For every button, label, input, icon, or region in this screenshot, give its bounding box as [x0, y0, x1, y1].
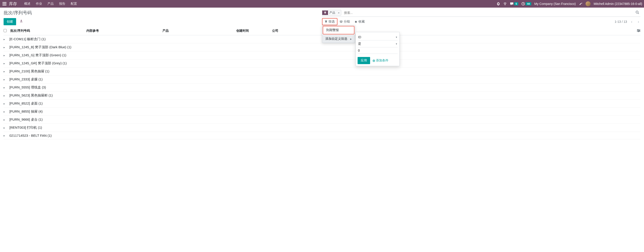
group-label: 0211714523 - BELT FAN (1) — [7, 133, 52, 137]
search-options: 筛选 分组 收藏 — [322, 18, 367, 25]
select-all-checkbox[interactable] — [4, 29, 7, 32]
group-row[interactable]: ▸0211714523 - BELT FAN (1) — [4, 132, 640, 139]
group-label: [FURN_5555] 理线盒 (3) — [7, 85, 46, 90]
caret-right-icon: ▸ — [4, 110, 7, 113]
group-row[interactable]: ▸[FURN_8522] 桌面 (1) — [4, 100, 640, 108]
group-label: [FURN_8855] 抽屉 (4) — [7, 110, 42, 114]
group-label: [FURN_1245_GR] 凳子顶部 (Grey) (1) — [7, 61, 67, 65]
group-row[interactable]: ▸[FURN_5623] 黑色抽屉柜 (1) — [4, 92, 640, 100]
col-lot[interactable]: 批次/序列号码 — [10, 29, 86, 33]
group-label: [FURN_1245_B] 凳子顶部 (Dark Blue) (1) — [7, 45, 72, 49]
group-row[interactable]: ▸[FURN_1245_B] 凳子顶部 (Dark Blue) (1) — [4, 43, 640, 51]
svg-point-2 — [636, 11, 638, 13]
breadcrumb: 批次/序列号码 — [4, 10, 322, 16]
filter-item-expiry-alert[interactable]: 到期警报 — [323, 26, 354, 34]
caret-right-icon: ▸ — [4, 94, 7, 97]
searchview: 产品 × — [322, 10, 640, 17]
custom-filter-value-input[interactable] — [358, 47, 398, 54]
caret-right-icon: ▸ — [4, 70, 7, 73]
navbar-left: 库存 概述 作业 产品 报告 配置 — [2, 1, 80, 6]
favorites-button[interactable]: 收藏 — [352, 18, 367, 25]
cp-bottom-right: 筛选 分组 收藏 1-13 / 13 ‹ › 到期警报 — [322, 18, 640, 25]
filter-label: 筛选 — [328, 20, 335, 24]
filter-item-add-custom[interactable]: 添加自定义筛选 — [322, 35, 355, 43]
avatar[interactable] — [586, 1, 590, 6]
cp-left: 批次/序列号码 创建 — [4, 10, 322, 25]
caret-right-icon: ▸ — [4, 54, 7, 57]
caret-right-icon: ▸ — [4, 126, 7, 129]
activities-icon[interactable]: 44 — [522, 2, 531, 5]
apply-button[interactable]: 应用 — [358, 57, 370, 64]
create-button[interactable]: 创建 — [4, 18, 16, 25]
add-condition-button[interactable]: 添加条件 — [372, 59, 388, 63]
user-name[interactable]: Mitchell Admin (22347885-16-0-all) — [594, 2, 642, 5]
control-panel: 批次/序列号码 创建 产品 × — [0, 7, 644, 27]
custom-filter-popup: ID 是 应用 添加条件 — [356, 32, 400, 66]
activities-badge: 44 — [526, 2, 531, 5]
caret-right-icon: ▸ — [4, 38, 7, 41]
company-switcher[interactable]: My Company (San Francisco) — [534, 2, 576, 5]
menu-operations[interactable]: 作业 — [33, 2, 45, 6]
debug-icon[interactable] — [496, 2, 500, 5]
caret-right-icon: ▸ — [4, 86, 7, 89]
custom-filter-field-select[interactable]: ID — [358, 34, 398, 40]
pager: 1-13 / 13 ‹ › — [615, 20, 640, 24]
group-row[interactable]: ▸[RENT003] 打印机 (1) — [4, 124, 640, 132]
search-facet: 产品 × — [322, 10, 341, 16]
groupby-button[interactable]: 分组 — [338, 18, 352, 25]
custom-filter-operator-select[interactable]: 是 — [358, 40, 398, 47]
col-expand — [634, 29, 640, 33]
group-row[interactable]: ▸[FURN_2333] 桌腿 (1) — [4, 76, 640, 84]
group-row[interactable]: ▸[FURN_9666] 桌台 (1) — [4, 116, 640, 124]
pager-prev[interactable]: ‹ — [630, 20, 634, 24]
group-label: [E-COM11] 橱柜含门 (1) — [7, 37, 46, 41]
group-row[interactable]: ▸[FURN_2100] 黑色抽屉 (1) — [4, 67, 640, 76]
group-row[interactable]: ▸[FURN_1245_GR] 凳子顶部 (Grey) (1) — [4, 59, 640, 67]
menu-configuration[interactable]: 配置 — [68, 2, 80, 6]
caret-right-icon: ▸ — [4, 118, 7, 121]
svg-point-6 — [638, 29, 638, 30]
custom-filter-actions: 应用 添加条件 — [358, 57, 398, 64]
apps-icon[interactable] — [3, 2, 6, 5]
funnel-icon — [325, 20, 327, 23]
group-row[interactable]: ▸[FURN_5555] 理线盒 (3) — [4, 84, 640, 92]
messages-icon[interactable]: 5 — [510, 2, 518, 5]
col-internal-ref[interactable]: 内部参考 — [86, 29, 162, 33]
search-icon[interactable] — [634, 10, 640, 15]
star-icon — [354, 20, 357, 23]
filter-button[interactable]: 筛选 — [322, 18, 338, 25]
caret-right-icon: ▸ — [4, 134, 7, 137]
menu-reporting[interactable]: 报告 — [56, 2, 68, 6]
list-view: 批次/序列号码 内部参考 产品 创建时间 公司 ▸[E-COM11] 橱柜含门 … — [0, 27, 644, 139]
filter-dropdown: 到期警报 添加自定义筛选 — [322, 25, 355, 43]
group-row[interactable]: ▸[FURN_8855] 抽屉 (4) — [4, 108, 640, 116]
navbar-right: 5 44 My Company (San Francisco) Mitchell… — [496, 1, 642, 6]
menu-products[interactable]: 产品 — [45, 2, 56, 6]
caret-right-icon: ▸ — [4, 62, 7, 65]
tools-icon[interactable] — [579, 2, 582, 5]
search-input[interactable] — [342, 10, 634, 15]
group-label: [FURN_9666] 桌台 (1) — [7, 118, 42, 122]
col-created-on[interactable]: 创建时间 — [236, 29, 272, 33]
pager-next[interactable]: › — [636, 20, 640, 24]
app-brand[interactable]: 库存 — [9, 1, 17, 6]
caret-right-icon: ▸ — [4, 46, 7, 49]
group-label: [RENT003] 打印机 (1) — [7, 126, 42, 130]
group-row[interactable]: ▸[FURN_1245_G] 凳子顶部 (Green) (1) — [4, 51, 640, 59]
groupby-label: 分组 — [344, 20, 350, 24]
import-icon[interactable] — [20, 19, 23, 23]
layers-icon — [340, 20, 342, 23]
svg-point-0 — [505, 4, 505, 5]
facet-remove[interactable]: × — [336, 11, 341, 14]
sliders-icon[interactable] — [637, 29, 640, 33]
facet-label: 产品 — [328, 10, 336, 15]
group-label: [FURN_1245_G] 凳子顶部 (Green) (1) — [7, 53, 66, 57]
menu-overview[interactable]: 概述 — [22, 2, 33, 6]
wifi-icon[interactable] — [503, 2, 507, 5]
group-label: [FURN_8522] 桌面 (1) — [7, 102, 42, 106]
layers-icon — [322, 10, 328, 15]
caret-right-icon: ▸ — [4, 102, 7, 105]
col-product[interactable]: 产品 — [162, 29, 236, 33]
group-label: [FURN_2100] 黑色抽屉 (1) — [7, 69, 49, 74]
caret-right-icon: ▸ — [4, 78, 7, 81]
